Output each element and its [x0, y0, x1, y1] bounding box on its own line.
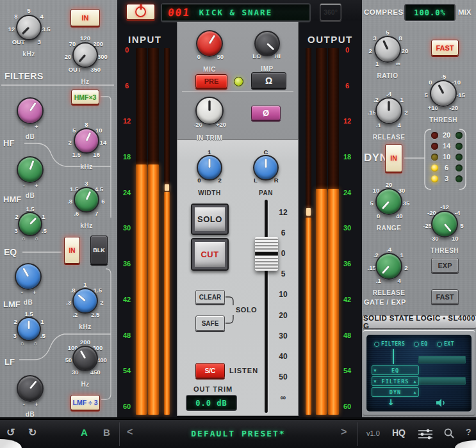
current-preset-name[interactable]: DEFAULT PRESET*: [119, 429, 357, 438]
power-button[interactable]: [126, 4, 155, 20]
knob-part: [72, 42, 98, 68]
knob-caption: kHz: [22, 51, 35, 58]
fader-scale-label: 50: [279, 372, 287, 381]
dynamics-panel: COMPRESS 100.0% MIX 1235820∞RATIO FAST +…: [362, 0, 476, 417]
output-meter-title: OUTPUT: [308, 34, 353, 45]
knob-pointer: [80, 350, 86, 359]
meter-scale-label: 60: [339, 403, 356, 410]
knob-caption: RELEASE: [373, 134, 406, 141]
ab-compare-a[interactable]: A: [81, 427, 88, 438]
knob-tick-label: 3: [38, 38, 41, 45]
routing-down-arrow-icon: ↓: [388, 395, 394, 408]
hmf-x3-button[interactable]: HMF×3: [71, 90, 99, 104]
out-trim-display[interactable]: 0.0 dB: [186, 395, 237, 411]
ab-compare-b[interactable]: B: [103, 427, 110, 438]
preset-display[interactable]: 001 KICK & SNARE: [161, 3, 311, 22]
knob-tick-label: .15: [368, 264, 376, 271]
meter-scale-label: 24: [339, 189, 356, 196]
pre-status-led: [234, 77, 243, 86]
knob-tick-label: 3: [15, 227, 18, 234]
knob-caption: THRESH: [429, 116, 457, 124]
screen-module-dyn[interactable]: DYN▲: [372, 387, 419, 397]
knob-pointer: [388, 101, 390, 111]
screen-module-part: DYN: [379, 389, 412, 396]
comp-fast-button[interactable]: FAST: [431, 40, 459, 56]
gain-reduction-meter: 20141063: [425, 128, 470, 192]
knob-pointer: [382, 201, 390, 209]
lmf-div3-button[interactable]: LMF ÷ 3: [70, 395, 100, 410]
gate-fast-button[interactable]: FAST: [431, 289, 459, 304]
radio-circle-icon: [374, 342, 379, 347]
knob-tick-label: -: [21, 289, 23, 296]
knob-caption: dB: [24, 299, 33, 306]
knob-pointer: [209, 35, 215, 44]
solo-button[interactable]: SOLO: [191, 204, 229, 235]
toolbar-divider: [357, 422, 358, 446]
routing-slot[interactable]: [418, 356, 466, 364]
knob-caption: THRESH: [431, 247, 459, 254]
knob-caption: Hz: [81, 381, 89, 388]
knob-tick-label: 10: [95, 126, 103, 133]
eq-in-button[interactable]: IN: [64, 237, 80, 264]
knob-caption: PAN: [259, 189, 273, 196]
screen-module-filters[interactable]: ▼FILTERS▲: [372, 376, 419, 386]
knob-pointer: [267, 43, 274, 51]
screen-radio-eq[interactable]: EQ: [414, 341, 428, 347]
dyn-in-button[interactable]: IN: [385, 144, 402, 172]
knob-tick-label: 2: [15, 213, 19, 220]
knob-tick-label: 14: [100, 139, 107, 146]
next-preset-button[interactable]: >: [341, 426, 347, 438]
knob-tick-label: 2: [218, 177, 221, 184]
gr-led: [455, 164, 463, 172]
panel-divider-lines: [0, 0, 117, 417]
solo-safe-button[interactable]: SAFE: [195, 316, 225, 331]
undo-icon[interactable]: ↺: [6, 426, 15, 438]
screen-radio-ext[interactable]: EXT: [437, 341, 454, 347]
knob-tick-label: -15: [456, 92, 465, 99]
lmf-section-label: LMF: [3, 300, 21, 309]
hmf-section-label: HMF: [3, 195, 21, 204]
knob-tick-label: +: [33, 289, 37, 296]
screen-module-part: ▲: [412, 390, 418, 395]
redo-icon[interactable]: ↻: [28, 426, 37, 438]
meter-scale-label: 42: [339, 296, 356, 303]
sidechain-button[interactable]: S/C: [195, 363, 225, 378]
settings-sliders-icon[interactable]: [418, 429, 433, 440]
routing-slot[interactable]: [418, 377, 466, 385]
hq-toggle[interactable]: HQ: [392, 428, 406, 438]
meter-bar: [164, 48, 170, 415]
filters-in-button[interactable]: IN: [70, 9, 100, 26]
cut-button[interactable]: CUT: [191, 238, 229, 271]
lf-section-label: LF: [4, 357, 15, 367]
knob-pointer: [29, 218, 37, 225]
routing-line: [393, 349, 394, 364]
solo-clear-button[interactable]: CLEAR: [195, 290, 225, 304]
screen-module-eq[interactable]: ▼EQ: [372, 365, 419, 375]
help-button[interactable]: ?: [466, 427, 472, 437]
knob-tick-label: 1.5: [24, 310, 33, 317]
knob-tick-label: .8: [67, 198, 72, 205]
knob-tick-label: -12: [440, 204, 449, 211]
knob-part: [74, 128, 99, 154]
power-icon: [135, 6, 146, 17]
knob-caption: RELEASE: [373, 289, 406, 296]
knob-tick-label: 2: [68, 139, 71, 146]
meter-scale-label: 48: [119, 332, 135, 339]
screen-radio-filters[interactable]: FILTERS: [374, 341, 405, 347]
knob-part: [375, 188, 402, 215]
radio-circle-icon: [414, 342, 419, 347]
search-icon[interactable]: [443, 428, 455, 439]
knob-tick-label: ∩: [35, 235, 38, 241]
fader-track[interactable]: [265, 200, 268, 413]
fader-handle[interactable]: [255, 237, 278, 271]
surround-360-button[interactable]: 360°: [320, 3, 341, 20]
mix-display[interactable]: 100.0%: [404, 4, 455, 21]
eq-blk-button[interactable]: BLK: [90, 236, 108, 264]
knob-tick-label: 10: [452, 234, 459, 241]
impedance-ohm-button[interactable]: Ω: [251, 72, 286, 88]
knob-tick-label: 5: [27, 7, 30, 14]
speaker-icon: [436, 398, 447, 408]
phase-button[interactable]: Ø: [251, 106, 281, 120]
pre-button[interactable]: PRE: [195, 74, 227, 88]
gate-exp-button[interactable]: EXP: [431, 258, 459, 273]
